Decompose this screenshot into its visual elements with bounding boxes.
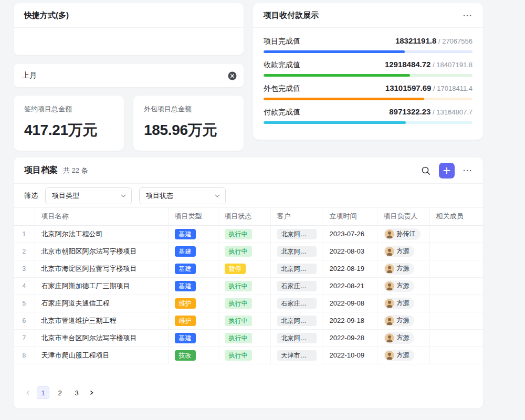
customer-tag: 北京阿尔法…	[277, 264, 317, 274]
customer-tag: 北京阿尔法…	[277, 246, 317, 257]
row-number: 7	[14, 329, 35, 346]
cell-members	[429, 260, 483, 277]
cell-project-name[interactable]: 北京市管道维护三期工程	[35, 312, 168, 329]
owner-name: 方源	[397, 351, 410, 360]
table-row[interactable]: 1 北京阿尔法工程公司 基建 执行中 北京阿尔法… 2023-07-26 孙传江	[14, 225, 483, 243]
project-archive-card: 项目档案 共 22 条 ··· 筛选 项目	[14, 158, 483, 408]
progress-label: 付款完成值	[264, 108, 300, 117]
progress-values: 18321191.8 / 27067556	[395, 36, 472, 45]
stat-card-signed-total: 签约项目总金额 417.21万元	[14, 96, 124, 151]
page-button-2[interactable]: 2	[54, 386, 66, 399]
cell-project-name[interactable]: 北京市朝阳区阿尔法写字楼项目	[35, 243, 168, 260]
cell-start-date: 2022-09-28	[323, 329, 377, 346]
table-row[interactable]: 4 石家庄阿斯加德工厂三期项目 基建 执行中 石家庄市A县… 2022-08-2…	[14, 277, 483, 295]
cell-project-name[interactable]: 石家庄阿道夫通信工程	[35, 295, 168, 312]
col-row-number	[14, 208, 35, 225]
more-icon[interactable]: ···	[463, 12, 472, 19]
table-row[interactable]: 7 北京市丰台区阿尔法写字楼项目 基建 执行中 北京阿尔法… 2022-09-2…	[14, 329, 483, 346]
col-start-date[interactable]: 立项时间	[323, 208, 377, 225]
col-project-name[interactable]: 项目名称	[35, 208, 168, 225]
owner-person-tag: 方源	[384, 263, 414, 275]
cell-start-date: 2022-08-19	[323, 260, 377, 277]
project-type-tag: 基建	[175, 246, 196, 257]
row-number: 8	[14, 346, 35, 364]
quick-date-filter-value: 上月	[22, 71, 37, 80]
row-number: 4	[14, 277, 35, 295]
search-icon[interactable]	[421, 166, 430, 175]
col-project-type[interactable]: 项目类型	[168, 208, 218, 225]
customer-tag: 北京阿尔法…	[277, 229, 317, 239]
progress-label: 收款完成值	[264, 60, 300, 70]
project-status-tag: 执行中	[225, 229, 252, 239]
owner-person-tag: 方源	[384, 280, 414, 292]
select-project-type[interactable]: 项目类型	[45, 187, 132, 204]
header-actions: ···	[421, 163, 472, 178]
clear-filter-icon[interactable]	[228, 71, 237, 80]
row-number: 3	[14, 260, 35, 277]
select-project-status[interactable]: 项目状态	[139, 187, 226, 204]
next-page-icon[interactable]	[87, 388, 96, 397]
more-icon[interactable]: ···	[463, 166, 472, 174]
avatar	[385, 247, 394, 256]
add-record-button[interactable]	[439, 163, 455, 178]
cell-project-name[interactable]: 北京市海淀区阿拉蕾写字楼项目	[35, 260, 168, 277]
prev-page-icon[interactable]	[24, 388, 33, 397]
project-type-tag: 基建	[175, 333, 196, 343]
project-type-tag: 基建	[175, 281, 196, 291]
progress-row: 付款完成值 8971322.23 / 13164807.7	[264, 107, 472, 124]
progress-fill	[264, 121, 406, 124]
owner-name: 方源	[397, 281, 410, 290]
project-status-tag: 执行中	[225, 316, 252, 326]
cell-members	[429, 225, 483, 243]
owner-person-tag: 方源	[384, 298, 414, 309]
col-project-status[interactable]: 项目状态	[218, 208, 270, 225]
project-archive-title: 项目档案	[24, 165, 58, 176]
project-type-tag: 基建	[175, 229, 196, 239]
progress-values: 12918484.72 / 18407191.8	[385, 60, 472, 69]
table-empty-area	[14, 364, 483, 387]
payments-card-body: 项目完成值 18321191.8 / 27067556 收款完成值 129184…	[253, 28, 483, 124]
progress-fill	[264, 74, 410, 77]
col-owner[interactable]: 项目负责人	[377, 208, 429, 225]
owner-person-tag: 方源	[384, 246, 414, 257]
chevron-down-icon	[121, 194, 126, 197]
progress-fill	[264, 98, 424, 100]
owner-name: 方源	[397, 264, 410, 273]
cell-project-name[interactable]: 北京市丰台区阿尔法写字楼项目	[35, 329, 168, 346]
select-value: 项目状态	[146, 191, 173, 201]
project-status-tag: 执行中	[225, 281, 252, 291]
col-members[interactable]: 相关成员	[429, 208, 483, 225]
row-number: 5	[14, 295, 35, 312]
customer-tag: 北京阿尔法…	[277, 333, 317, 343]
customer-tag: 石家庄市A县	[277, 298, 317, 309]
customer-tag: 北京阿尔法…	[277, 316, 317, 326]
quick-date-filter[interactable]: 上月	[14, 64, 244, 87]
cell-start-date: 2022-08-03	[323, 243, 377, 260]
cell-project-name[interactable]: 石家庄阿斯加德工厂三期项目	[35, 277, 168, 295]
table-row[interactable]: 6 北京市管道维护三期工程 维护 执行中 北京阿尔法… 2022-09-18 方…	[14, 312, 483, 329]
page-button-1[interactable]: 1	[37, 386, 49, 399]
col-customer[interactable]: 客户	[270, 208, 323, 225]
progress-track	[264, 74, 472, 77]
cell-project-name[interactable]: 北京阿尔法工程公司	[35, 225, 168, 243]
select-value: 项目类型	[52, 191, 79, 201]
page-button-3[interactable]: 3	[70, 386, 83, 399]
avatar	[385, 299, 394, 308]
table-row[interactable]: 5 石家庄阿道夫通信工程 维护 执行中 石家庄市A县 2022-09-08 方源	[14, 295, 483, 312]
cell-members	[429, 329, 483, 346]
table-header-row: 项目名称 项目类型 项目状态 客户 立项时间 项目负责人 相关成员	[14, 208, 483, 225]
project-status-tag: 执行中	[225, 298, 252, 309]
cell-start-date: 2022-09-18	[323, 312, 377, 329]
cell-start-date: 2022-09-08	[323, 295, 377, 312]
table-row[interactable]: 3 北京市海淀区阿拉蕾写字楼项目 基建 暂停 北京阿尔法… 2022-08-19…	[14, 260, 483, 277]
payments-card: 项目收付款展示 ··· 项目完成值 18321191.8 / 27067556 …	[253, 3, 483, 140]
avatar	[385, 351, 394, 360]
cell-members	[429, 243, 483, 260]
cell-project-name[interactable]: 天津市爬山服工程项目	[35, 346, 168, 364]
table-row[interactable]: 2 北京市朝阳区阿尔法写字楼项目 基建 执行中 北京阿尔法… 2022-08-0…	[14, 243, 483, 260]
progress-values: 8971322.23 / 13164807.7	[389, 107, 472, 116]
table-row[interactable]: 8 天津市爬山服工程项目 技改 执行中 天津市奈文… 2022-10-09 方源	[14, 346, 483, 364]
owner-name: 方源	[397, 316, 410, 325]
progress-row: 外包完成值 13101597.69 / 17018411.4	[264, 83, 472, 100]
stat-value: 185.96万元	[144, 120, 233, 140]
